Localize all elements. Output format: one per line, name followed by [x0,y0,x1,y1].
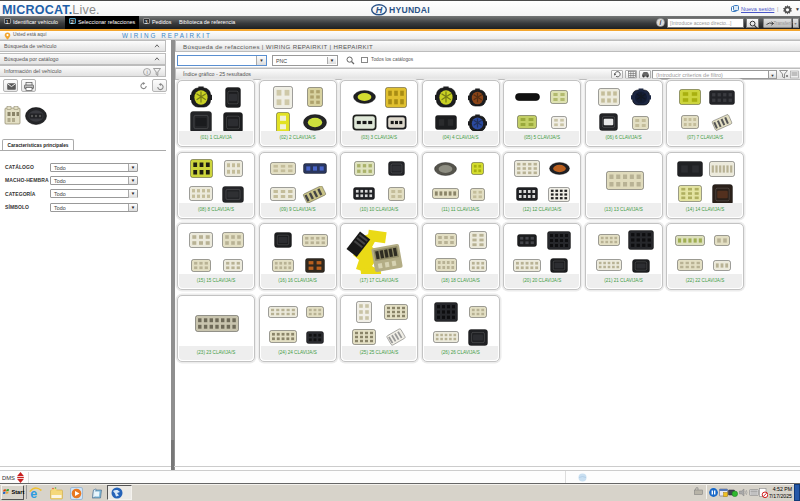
svg-text:i: i [660,19,662,26]
svg-text:HYUNDAI: HYUNDAI [389,5,430,15]
svg-text:H: H [376,5,383,15]
svg-text:i: i [146,69,147,75]
